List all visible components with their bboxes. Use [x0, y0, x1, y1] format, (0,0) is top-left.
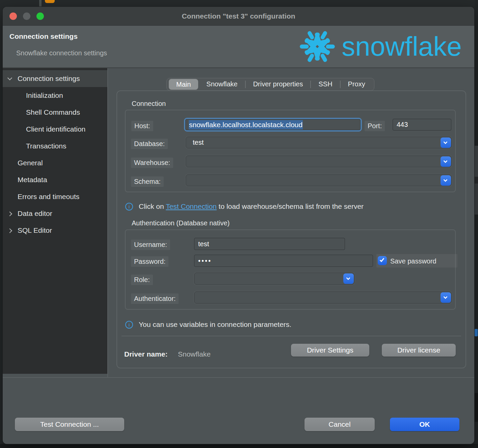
auth-group-label: Authentication (Database native) — [132, 219, 230, 227]
snowflake-brand: snowflake — [298, 28, 462, 65]
page-title: Connection settings — [9, 32, 78, 40]
sidebar-item-sql-editor[interactable]: SQL Editor — [3, 222, 107, 239]
screen: Connection "test 3" configuration Connec… — [0, 0, 478, 448]
sidebar-item-connection-settings[interactable]: Connection settings — [3, 70, 107, 87]
info-icon: i — [125, 203, 133, 211]
tab-ssh[interactable]: SSH — [311, 78, 340, 91]
host-input[interactable]: snowflake.localhost.localstack.cloud — [184, 118, 362, 132]
password-label: Password: — [131, 256, 168, 267]
database-value: test — [193, 137, 204, 148]
checkmark-icon — [380, 257, 384, 262]
tab-driver-properties[interactable]: Driver properties — [246, 78, 311, 91]
authenticator-dropdown-button[interactable] — [441, 292, 451, 303]
database-combo[interactable]: test — [186, 137, 452, 148]
schema-combo[interactable] — [186, 174, 452, 186]
driver-name-label: Driver name: — [124, 350, 167, 358]
warehouse-dropdown-button[interactable] — [441, 156, 451, 167]
hint-suffix: to load warehouse/schema list from the s… — [217, 202, 364, 210]
background-bottom-strip — [0, 444, 478, 448]
connection-configuration-dialog: Connection "test 3" configuration Connec… — [3, 7, 474, 444]
background-right-strip — [475, 0, 478, 448]
schema-label: Schema: — [131, 176, 164, 187]
chevron-down-icon — [443, 140, 448, 144]
cancel-button[interactable]: Cancel — [304, 418, 375, 431]
username-input[interactable]: test — [194, 238, 345, 250]
password-input[interactable]: •••• — [194, 255, 373, 267]
role-combo[interactable] — [194, 273, 354, 285]
save-password-label[interactable]: Save password — [390, 257, 436, 265]
sidebar-divider — [107, 68, 108, 377]
background-app-icon — [45, 0, 55, 3]
chevron-down-icon — [346, 276, 350, 280]
sidebar-item-transactions[interactable]: Transactions — [3, 138, 107, 155]
warehouse-label: Warehouse: — [131, 158, 173, 168]
tab-proxy[interactable]: Proxy — [341, 78, 373, 91]
snowflake-logo-icon — [298, 28, 336, 65]
authenticator-label: Authenticator: — [131, 293, 179, 304]
test-connection-hint: i Click on Test Connection to load wareh… — [125, 202, 364, 211]
connection-group-label: Connection — [132, 100, 166, 108]
tab-snowflake[interactable]: Snowflake — [199, 78, 245, 91]
footer-divider — [3, 377, 474, 378]
background-glyph — [475, 329, 478, 336]
page-subtitle: Snowflake connection settings — [16, 49, 107, 57]
variables-hint-text: You can use variables in connection para… — [139, 320, 291, 329]
chevron-down-icon — [443, 159, 448, 163]
snowflake-wordmark: snowflake — [342, 31, 462, 62]
sidebar-item-initialization[interactable]: Initialization — [3, 87, 107, 104]
info-icon: i — [125, 321, 133, 329]
role-dropdown-button[interactable] — [343, 274, 354, 284]
title-bar[interactable]: Connection "test 3" configuration — [3, 7, 474, 26]
username-label: Username: — [131, 240, 170, 250]
tab-bar: Main Snowflake Driver properties SSH Pro… — [166, 78, 374, 91]
test-connection-button[interactable]: Test Connection ... — [15, 418, 124, 431]
database-dropdown-button[interactable] — [441, 137, 451, 148]
warehouse-combo[interactable] — [186, 156, 452, 167]
driver-separator — [122, 336, 461, 336]
host-label: Host: — [131, 121, 153, 131]
chevron-down-icon — [443, 295, 448, 299]
test-connection-link[interactable]: Test Connection — [166, 202, 217, 210]
sidebar-item-general[interactable]: General — [3, 155, 107, 171]
role-label: Role: — [131, 275, 153, 285]
dialog-header: Connection settings Snowflake connection… — [3, 26, 474, 68]
background-divider — [39, 0, 42, 7]
port-label: Port: — [365, 121, 385, 131]
tab-main[interactable]: Main — [169, 79, 198, 90]
variables-hint: i You can use variables in connection pa… — [125, 320, 291, 329]
settings-sidebar: Connection settings Initialization Shell… — [3, 68, 107, 374]
host-value: snowflake.localhost.localstack.cloud — [189, 120, 303, 130]
driver-settings-button[interactable]: Driver Settings — [291, 344, 369, 357]
window-title: Connection "test 3" configuration — [3, 7, 474, 26]
save-password-checkbox[interactable] — [378, 256, 387, 265]
ok-button[interactable]: OK — [390, 418, 459, 431]
sidebar-item-data-editor[interactable]: Data editor — [3, 205, 107, 222]
sidebar-item-metadata[interactable]: Metadata — [3, 171, 107, 188]
sidebar-item-errors-and-timeouts[interactable]: Errors and timeouts — [3, 188, 107, 205]
authenticator-combo[interactable] — [194, 291, 452, 304]
sidebar-item-shell-commands[interactable]: Shell Commands — [3, 104, 107, 121]
sidebar-item-client-identification[interactable]: Client identification — [3, 121, 107, 138]
schema-dropdown-button[interactable] — [441, 175, 451, 186]
port-input[interactable]: 443 — [393, 119, 451, 131]
chevron-down-icon — [443, 177, 448, 182]
database-label: Database: — [131, 139, 168, 149]
driver-license-button[interactable]: Driver license — [382, 344, 456, 357]
driver-name-value: Snowflake — [178, 350, 211, 358]
hint-prefix: Click on — [139, 202, 166, 210]
